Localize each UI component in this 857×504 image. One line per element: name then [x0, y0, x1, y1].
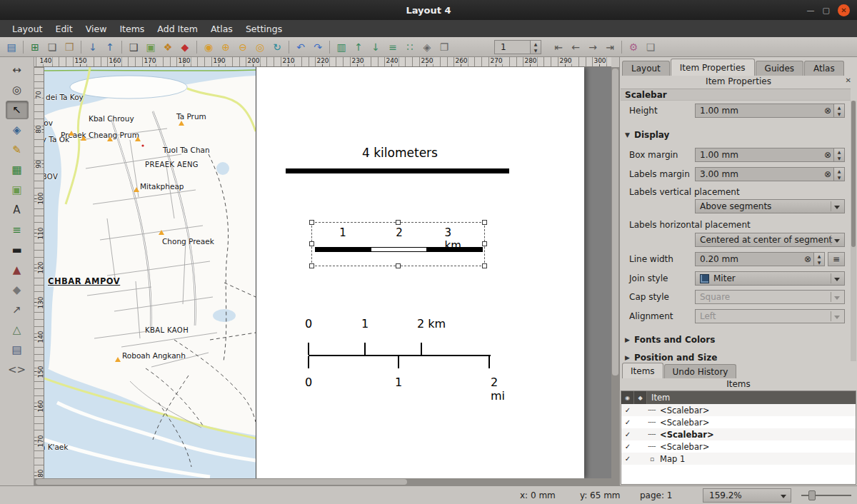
scrollbar-thumb[interactable]	[851, 101, 856, 247]
zoom-in-icon[interactable]: ⊕	[217, 39, 234, 56]
item-row[interactable]: ✓ ╌╌ <Scalebar>	[621, 416, 856, 428]
atlas-settings-icon[interactable]: ⚙	[625, 39, 642, 56]
close-button[interactable]: ✕	[838, 4, 850, 16]
save-as-template-icon[interactable]: ↓	[84, 39, 101, 56]
spinner-arrows-icon[interactable]: ▲▼	[833, 168, 844, 181]
redo-icon[interactable]: ↷	[309, 39, 326, 56]
fonts-colors-section-header[interactable]: ▶ Fonts and Colors	[625, 333, 851, 346]
items-dock-tab[interactable]: Undo History	[664, 364, 737, 378]
panel-close-icon[interactable]: ✕	[846, 76, 851, 84]
box-margin-input[interactable]: 1.00 mm ⊗ ▲▼	[695, 148, 845, 162]
items-dock-tab[interactable]: Items	[622, 363, 663, 378]
scrollbar-thumb[interactable]	[36, 479, 407, 485]
zoom-full-icon[interactable]: ◉	[200, 39, 217, 56]
add-arrow-icon[interactable]: ↗	[6, 301, 29, 319]
export-image-icon[interactable]: ▣	[142, 39, 159, 56]
menu-item[interactable]: Atlas	[204, 21, 239, 36]
selection-handle[interactable]	[309, 220, 314, 225]
display-section-header[interactable]: ▼ Display	[625, 128, 851, 141]
toolbar-separator[interactable]	[194, 39, 200, 56]
minimize-button[interactable]: —	[807, 6, 815, 14]
selection-handle[interactable]	[309, 263, 314, 268]
map-item[interactable]: dei Ta Koy Kbal Chrouy Ta Prum Sbov vay …	[44, 67, 256, 478]
atlas-first-feature-icon[interactable]: ⇤	[550, 39, 567, 56]
lock-items-icon[interactable]: ◈	[419, 39, 436, 56]
new-layout-icon[interactable]: ⊞	[26, 39, 44, 56]
undo-icon[interactable]: ↶	[292, 39, 309, 56]
menu-item[interactable]: Items	[113, 21, 151, 36]
item-row[interactable]: ✓ ╌╌ <Scalebar>	[621, 428, 856, 440]
refresh-view-icon[interactable]: ↻	[269, 39, 286, 56]
load-template-icon[interactable]: ↑	[101, 39, 119, 56]
selection-handle[interactable]	[396, 263, 401, 268]
toolbar-separator[interactable]	[78, 39, 84, 56]
selection-handle[interactable]	[482, 220, 487, 225]
scalebar-km-mi-items[interactable]: 012 km 012 mi	[309, 317, 489, 397]
line-width-input[interactable]: 0.20 mm ⊗ ▲▼	[695, 252, 825, 266]
item-visibility-checkbox[interactable]: ✓	[621, 455, 634, 463]
menu-item[interactable]: Layout	[6, 21, 49, 36]
labels-horizontal-placement-select[interactable]: Centered at center of segment	[695, 233, 845, 247]
item-visibility-checkbox[interactable]: ✓	[621, 443, 634, 450]
item-visibility-checkbox[interactable]: ✓	[621, 418, 634, 426]
add-legend-icon[interactable]: ≡	[6, 221, 29, 239]
toolbar-separator[interactable]	[326, 39, 333, 56]
position-size-section-header[interactable]: ▶ Position and Size	[625, 351, 851, 361]
spinner-arrows-icon[interactable]: ▲▼	[530, 41, 541, 54]
atlas-next-feature-icon[interactable]: →	[584, 39, 601, 56]
zoom-actual-icon[interactable]: ◎	[251, 39, 269, 56]
selection-handle[interactable]	[309, 241, 314, 246]
export-atlas-icon[interactable]: ❏	[642, 39, 659, 56]
tab-guides[interactable]: Guides	[756, 61, 804, 76]
join-style-select[interactable]: Miter	[695, 271, 845, 286]
menu-item[interactable]: View	[79, 21, 114, 36]
add-scalebar-icon[interactable]: ▬	[6, 241, 29, 259]
menu-item[interactable]: Edit	[49, 21, 79, 36]
spinner-arrows-icon[interactable]: ▲▼	[833, 104, 844, 117]
zoom-level-select[interactable]: 159.2%	[703, 488, 791, 503]
menu-item[interactable]: Add Item	[151, 21, 204, 36]
clear-value-icon[interactable]: ⊗	[824, 151, 831, 160]
print-icon[interactable]: ❑	[125, 39, 142, 56]
add-node-item-icon[interactable]: △	[6, 321, 29, 339]
distribute-items-icon[interactable]: ∷	[401, 39, 419, 56]
labels-margin-input[interactable]: 3.00 mm ⊗ ▲▼	[695, 167, 845, 181]
item-row[interactable]: ✓ ▫ Map 1	[621, 453, 856, 465]
selection-handle[interactable]	[482, 263, 487, 268]
scalebar-single-bar[interactable]	[286, 168, 509, 173]
tab-atlas[interactable]: Atlas	[804, 61, 844, 76]
scrollbar-thumb[interactable]	[612, 69, 618, 376]
save-project-icon[interactable]: ▤	[3, 39, 20, 56]
item-visibility-checkbox[interactable]: ✓	[621, 430, 634, 438]
canvas-horizontal-scrollbar[interactable]	[34, 478, 619, 485]
spinner-arrows-icon[interactable]: ▲▼	[833, 148, 844, 161]
layout-canvas[interactable]: dei Ta Koy Kbal Chrouy Ta Prum Sbov vay …	[44, 67, 611, 478]
toolbar-separator[interactable]	[119, 39, 125, 56]
lock-column-lock-icon[interactable]: ◆	[634, 391, 647, 404]
layout-manager-icon[interactable]: ❒	[61, 39, 78, 56]
maximize-button[interactable]: ▢	[823, 6, 830, 14]
atlas-preview-icon[interactable]: ▥	[333, 39, 350, 56]
item-row[interactable]: ✓ ╌╌ <Scalebar>	[621, 404, 856, 416]
add-map-icon[interactable]: ▦	[6, 161, 29, 179]
edit-nodes-tool-icon[interactable]: ✎	[6, 141, 29, 159]
layout-page[interactable]: dei Ta Koy Kbal Chrouy Ta Prum Sbov vay …	[44, 67, 584, 478]
atlas-previous-feature-icon[interactable]: ←	[567, 39, 584, 56]
data-defined-override-button[interactable]: ≡	[828, 252, 845, 266]
page-number-spinbox[interactable]: 1 ▲▼	[494, 40, 541, 54]
zoom-out-icon[interactable]: ⊖	[234, 39, 251, 56]
scalebar-selected-item[interactable]: 123 km	[311, 222, 485, 266]
item-row[interactable]: ✓ ╌╌ <Scalebar>	[621, 440, 856, 453]
toolbar-separator[interactable]	[618, 39, 625, 56]
zoom-slider-thumb[interactable]	[808, 490, 816, 500]
pan-tool-icon[interactable]: ↔	[6, 61, 29, 79]
add-shape-icon[interactable]: ◆	[6, 281, 29, 299]
item-column-header[interactable]: Item	[647, 391, 856, 404]
menu-item[interactable]: Settings	[239, 21, 289, 36]
clear-value-icon[interactable]: ⊗	[824, 106, 831, 116]
align-items-icon[interactable]: ≡	[384, 39, 401, 56]
clear-value-icon[interactable]: ⊗	[824, 170, 831, 179]
selection-handle[interactable]	[396, 220, 401, 225]
lower-items-icon[interactable]: ↓	[367, 39, 384, 56]
visibility-column-eye-icon[interactable]: ◉	[621, 391, 634, 404]
